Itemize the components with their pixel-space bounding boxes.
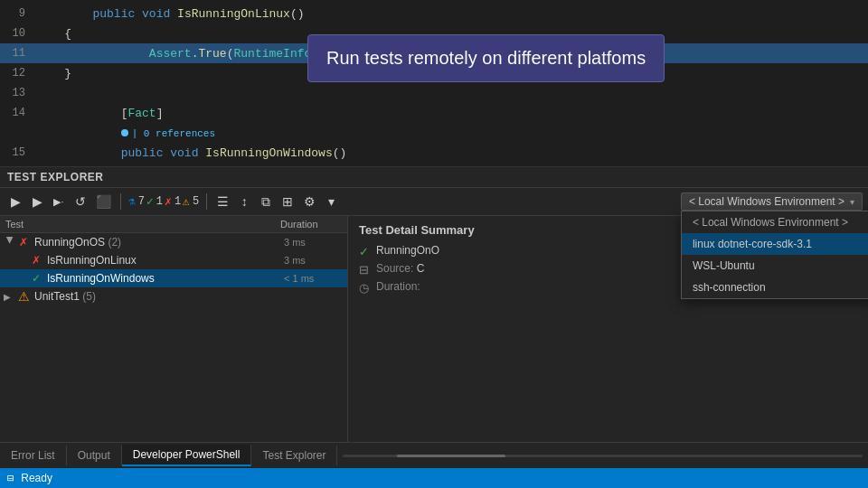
code-line-15: 15 public void IsRunningOnWindows() [0, 143, 868, 163]
separator-1 [120, 193, 121, 210]
toolbar: ▶ ▶ ▶· ↺ ⬛ ⚗ 7 ✓ 1 ✗ 1 ⚠ 5 ☰ [0, 188, 868, 216]
group-btn[interactable]: ⧉ [256, 192, 276, 211]
tree-item-linux[interactable]: ✗ IsRunningOnLinux 3 ms [0, 251, 347, 269]
dropdown-header-label: < Local Windows Environment > [693, 216, 848, 229]
badge-total: ⚗ 7 [128, 194, 145, 209]
dropdown-wsl-label: WSL-Ubuntu [693, 259, 755, 272]
detail-source-label: Source: C [376, 262, 424, 275]
status-text: Ready [21, 472, 52, 484]
panel-title: Test Explorer [0, 167, 868, 188]
tree-item-unittest1[interactable]: ▶ ⚠ UnitTest1 (5) [0, 287, 347, 305]
col-duration: Duration [275, 216, 347, 232]
source-icon: ⊟ [359, 263, 369, 277]
clock-icon: ◷ [359, 281, 369, 295]
badge-failed: ✗ 1 [165, 194, 181, 209]
code-editor: 9 public void IsRunningOnLinux() 10 { 11… [0, 0, 868, 167]
item-label-runningonos: RunningOnOS [34, 236, 108, 249]
run-all-btn[interactable]: ▶ [5, 192, 25, 211]
check-icon: ✓ [146, 194, 154, 209]
badge-warn: ⚠ 5 [183, 194, 199, 209]
tab-test-explorer[interactable]: Test Explorer [251, 446, 337, 465]
item-duration-windows: < 1 ms [280, 273, 344, 284]
tree-items: ▶ ✗ RunningOnOS (2) 3 ms ✗ IsRunningOnLi… [0, 233, 347, 442]
detail-running-label: RunningOnO [376, 244, 439, 257]
tooltip-text: Run tests remotely on different platfoms [326, 48, 646, 68]
tab-output[interactable]: Output [67, 446, 122, 465]
tab-scrollbar-area [337, 455, 868, 457]
bottom-bar: Error List Output Developer PowerShell T… [0, 442, 868, 488]
dropdown-item-header[interactable]: < Local Windows Environment > [682, 211, 868, 233]
code-lines: 9 public void IsRunningOnLinux() 10 { 11… [0, 0, 868, 167]
stop-btn[interactable]: ⬛ [92, 192, 115, 211]
env-dropdown[interactable]: < Local Windows Environment > ▾ < Local … [681, 192, 863, 211]
layout-btn[interactable]: ⊞ [278, 192, 297, 211]
test-explorer-panel: Test Explorer ▶ ▶ ▶· ↺ ⬛ ⚗ 7 ✓ 1 ✗ 1 ⚠ [0, 167, 868, 442]
refresh-btn[interactable]: ↺ [71, 192, 90, 211]
warn-icon: ⚠ [183, 194, 190, 209]
tree-header: Test Duration [0, 216, 347, 233]
item-duration-runningonos: 3 ms [280, 237, 344, 248]
fail-icon-linux: ✗ [29, 253, 43, 267]
settings-btn[interactable]: ⚙ [299, 192, 319, 211]
badge-group: ⚗ 7 ✓ 1 ✗ 1 ⚠ 5 [128, 194, 199, 209]
dropdown-item-ssh[interactable]: ssh-connection [682, 277, 868, 298]
status-square-icon: ⊟ [7, 472, 14, 485]
tab-scrollbar-thumb[interactable] [397, 455, 505, 457]
item-label-linux: IsRunningOnLinux [47, 254, 280, 267]
filter-btn[interactable]: ☰ [212, 192, 232, 211]
warn-icon-unittest1: ⚠ [16, 289, 31, 304]
test-tree: Test Duration ▶ ✗ RunningOnOS (2) 3 ms ✗ [0, 216, 348, 442]
dropdown-ssh-label: ssh-connection [693, 281, 766, 294]
run-debug-btn[interactable]: ▶· [49, 192, 69, 211]
tree-item-runningonos[interactable]: ▶ ✗ RunningOnOS (2) 3 ms [0, 233, 347, 251]
sort-btn[interactable]: ↕ [234, 192, 254, 211]
tooltip-box: Run tests remotely on different platfoms [307, 34, 665, 82]
code-line-9: 9 public void IsRunningOnLinux() [0, 4, 868, 23]
expand-icon: ▶ [4, 292, 16, 302]
dropdown-item-linux[interactable]: linux dotnet-core-sdk-3.1 [682, 233, 868, 255]
env-dropdown-btn[interactable]: < Local Windows Environment > ▾ [681, 192, 863, 211]
code-line-16: 16 { [0, 163, 868, 167]
run-btn[interactable]: ▶ [27, 192, 47, 211]
tab-scrollbar-track [343, 455, 863, 457]
item-label-unittest1: UnitTest1 [34, 290, 82, 303]
status-bar: ⊟ Ready [0, 468, 868, 488]
badge-passed: ✓ 1 [146, 194, 163, 209]
collapse-icon: ▶ [5, 236, 15, 249]
error-icon: ✗ [165, 194, 172, 209]
pass-icon-detail: ✓ [359, 245, 369, 258]
tab-bar: Error List Output Developer PowerShell T… [0, 443, 868, 468]
detail-duration-label: Duration: [376, 280, 420, 293]
tree-item-windows[interactable]: ✓ IsRunningOnWindows < 1 ms [0, 269, 347, 287]
env-dropdown-menu: < Local Windows Environment > linux dotn… [681, 211, 868, 299]
col-test: Test [0, 216, 275, 232]
status-icon: ⊟ [7, 472, 14, 485]
flask-icon: ⚗ [128, 194, 136, 209]
pass-icon-windows: ✓ [29, 271, 43, 286]
tab-error-list[interactable]: Error List [0, 446, 67, 465]
separator-2 [206, 193, 207, 210]
tab-developer-powershell[interactable]: Developer PowerShell [122, 445, 252, 466]
chevron-down-icon: ▾ [850, 197, 854, 207]
env-label: < Local Windows Environment > [689, 195, 844, 208]
dropdown-item-wsl[interactable]: WSL-Ubuntu [682, 255, 868, 277]
fail-icon-group: ✗ [16, 235, 31, 249]
dropdown-linux-label: linux dotnet-core-sdk-3.1 [693, 238, 812, 250]
more-btn[interactable]: ▾ [321, 192, 341, 211]
item-duration-linux: 3 ms [280, 255, 344, 266]
item-label-windows: IsRunningOnWindows [47, 272, 280, 285]
